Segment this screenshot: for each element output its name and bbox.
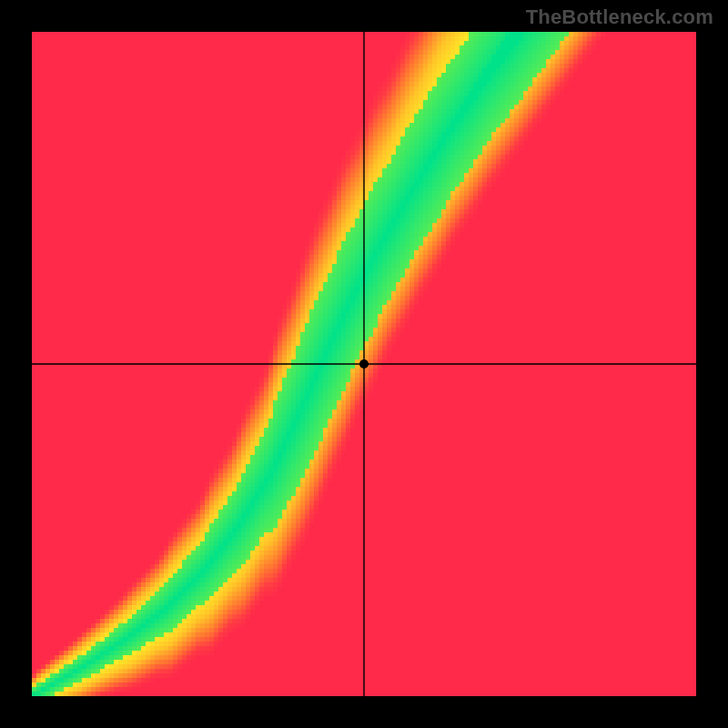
attribution-label: TheBottleneck.com xyxy=(526,5,713,29)
bottleneck-heatmap xyxy=(0,0,728,728)
chart-container: TheBottleneck.com xyxy=(0,0,728,728)
